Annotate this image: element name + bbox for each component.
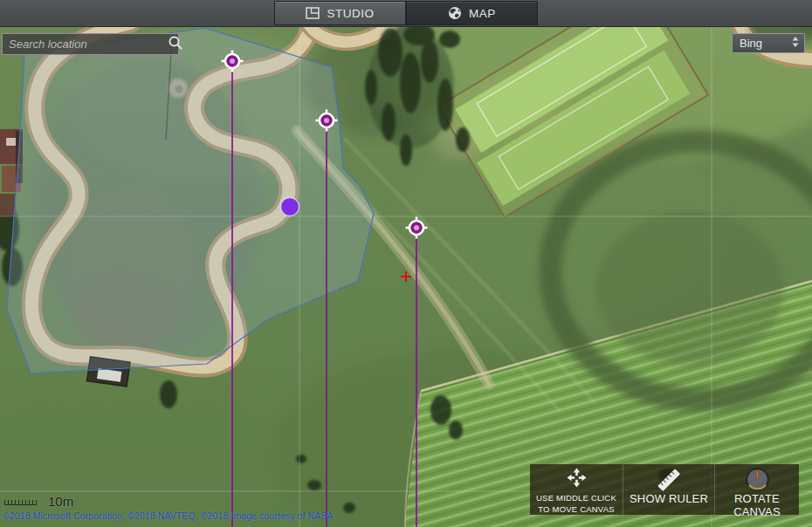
map-provider-select[interactable]: Bing bbox=[732, 33, 805, 53]
rotate-canvas-button[interactable]: ROTATE CANVAS bbox=[714, 464, 799, 515]
show-ruler-label: SHOW RULER bbox=[630, 492, 708, 505]
map-attribution: ©2018 Microsoft Corporation, ©2018 NAVTE… bbox=[3, 510, 334, 521]
search-input[interactable] bbox=[3, 34, 168, 54]
search-icon[interactable] bbox=[168, 35, 183, 54]
globe-icon bbox=[448, 6, 462, 20]
selected-point[interactable] bbox=[281, 198, 299, 216]
rotate-canvas-label: ROTATE CANVAS bbox=[715, 492, 799, 518]
move-icon bbox=[567, 468, 587, 491]
move-canvas-hint: USE MIDDLE CLICK TO MOVE CANVAS bbox=[530, 464, 623, 515]
select-spinner-icon bbox=[792, 37, 799, 50]
studio-icon bbox=[306, 7, 320, 19]
canvas-toolbar: USE MIDDLE CLICK TO MOVE CANVAS bbox=[530, 464, 799, 515]
move-hint-line1: USE MIDDLE CLICK bbox=[536, 493, 616, 503]
map-scale: 10m bbox=[4, 494, 73, 509]
tab-studio[interactable]: STUDIO bbox=[274, 1, 406, 25]
tab-map[interactable]: MAP bbox=[406, 1, 538, 25]
map-provider-value: Bing bbox=[733, 37, 792, 50]
tab-map-label: MAP bbox=[469, 7, 496, 20]
ruler-icon bbox=[657, 468, 681, 491]
scale-ticks-icon bbox=[4, 494, 39, 509]
rotate-dial-icon bbox=[744, 468, 771, 491]
scale-label: 10m bbox=[48, 494, 73, 509]
satellite-map[interactable] bbox=[0, 0, 812, 527]
search-box bbox=[2, 33, 179, 55]
move-hint-line2: TO MOVE CANVAS bbox=[538, 504, 614, 514]
map-editor-window: STUDIO MAP Bing bbox=[0, 0, 812, 527]
show-ruler-button[interactable]: SHOW RULER bbox=[623, 464, 714, 515]
tab-studio-label: STUDIO bbox=[327, 7, 374, 20]
top-tab-bar: STUDIO MAP bbox=[0, 0, 812, 27]
